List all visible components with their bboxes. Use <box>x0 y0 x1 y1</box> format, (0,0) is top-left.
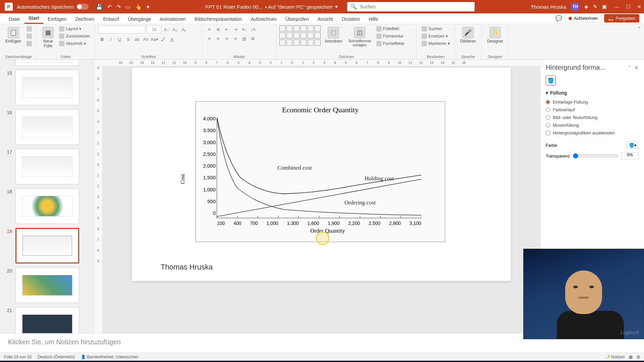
underline-button[interactable]: U <box>116 36 123 43</box>
increase-font-icon[interactable]: A↑ <box>163 26 170 33</box>
sorter-view-icon[interactable]: ⊞ <box>637 355 640 359</box>
eoq-chart[interactable]: Economic Order Quantity Cost 4,0003,5003… <box>196 101 445 242</box>
text-direction-button[interactable]: ↕A <box>249 25 257 33</box>
dictate-button[interactable]: 🎤 Diktieren <box>458 25 478 45</box>
strikethrough-button[interactable]: S <box>124 36 132 43</box>
arrange-button[interactable]: ⬚ Anordnen <box>323 25 344 45</box>
shape-fill-button[interactable]: Fülleffekt <box>375 25 406 32</box>
designer-button[interactable]: ✨ Designer <box>485 25 505 45</box>
slide-author[interactable]: Thomas Hruska <box>161 263 213 272</box>
section-button[interactable]: Abschnitt ▾ <box>58 40 91 47</box>
tab-entwurf[interactable]: Entwurf <box>99 14 123 24</box>
tab-animationen[interactable]: Animationen <box>156 14 190 24</box>
pane-collapse-icon[interactable]: ˅ <box>628 65 631 70</box>
align-center-button[interactable]: ≡ <box>214 35 222 42</box>
undo-icon[interactable]: ↶ <box>107 4 112 10</box>
new-slide-button[interactable]: ▦ Neue Folie <box>40 25 56 50</box>
slide-thumbnail[interactable] <box>15 267 79 303</box>
slideshow-start-icon[interactable]: ▭ <box>125 4 130 10</box>
pattern-fill-radio[interactable]: Musterfüllung <box>546 121 639 129</box>
quick-styles-button[interactable]: ◫ Schnellformat vorlagen <box>346 25 373 48</box>
paste-button[interactable]: 📋 Einfügen <box>3 25 23 45</box>
layout-button[interactable]: Layout ▾ <box>58 25 91 32</box>
tab-aufzeichnen[interactable]: Aufzeichnen <box>247 14 281 24</box>
record-button[interactable]: Aufzeichnen <box>565 14 602 22</box>
color-picker[interactable]: 🪣▾ <box>627 141 639 149</box>
pane-close-icon[interactable]: ✕ <box>635 65 639 70</box>
slide-thumbnail[interactable] <box>15 60 79 66</box>
normal-view-icon[interactable]: ▦ <box>629 355 633 359</box>
reset-button[interactable]: Zurücksetzen <box>58 33 91 40</box>
font-size-select[interactable]: 14 <box>147 25 161 34</box>
change-case-button[interactable]: Aa▾ <box>151 36 158 43</box>
tab-ueberpruefen[interactable]: Überprüfen <box>281 14 313 24</box>
columns-button[interactable]: ▥ <box>240 35 248 42</box>
tab-hilfe[interactable]: Hilfe <box>365 14 382 24</box>
decrease-font-icon[interactable]: A↓ <box>171 26 179 33</box>
fill-section-header[interactable]: ▾ Füllung <box>546 90 639 96</box>
user-name[interactable]: Thomas Hruska <box>531 4 566 10</box>
user-avatar[interactable]: TH <box>571 2 580 11</box>
transparency-slider[interactable] <box>573 153 619 159</box>
cut-button[interactable] <box>25 25 33 32</box>
notes-toggle[interactable]: 📝 Notizen <box>605 355 625 359</box>
toggle-switch[interactable] <box>76 4 89 10</box>
tab-dictation[interactable]: Dictation <box>338 14 364 24</box>
format-painter-button[interactable] <box>25 40 33 47</box>
slide-counter[interactable]: Folie 19 von 33 <box>4 355 32 359</box>
shape-effects-button[interactable]: Formeffekte <box>375 40 406 47</box>
line-spacing-button[interactable]: ≡↕ <box>240 25 248 33</box>
gradient-fill-radio[interactable]: Farbverlauf <box>546 106 639 114</box>
tab-datei[interactable]: Datei <box>5 14 24 24</box>
share-button[interactable]: 📤 Freigeben <box>604 14 639 22</box>
tab-zeichnen[interactable]: Zeichnen <box>71 14 99 24</box>
document-title[interactable]: PPT 01 Roter Faden 00... <box>205 4 263 10</box>
touch-mode-icon[interactable]: 👆 <box>135 4 142 10</box>
italic-button[interactable]: I <box>107 36 114 43</box>
tab-einfuegen[interactable]: Einfügen <box>44 14 70 24</box>
close-icon[interactable]: ✕ <box>637 4 641 9</box>
search-box[interactable]: 🔍 <box>347 2 475 11</box>
search-input[interactable] <box>360 4 471 9</box>
slide-thumbnail[interactable] <box>15 307 79 333</box>
tab-ansicht[interactable]: Ansicht <box>314 14 337 24</box>
replace-button[interactable]: Ersetzen ▾ <box>420 33 451 40</box>
copy-button[interactable] <box>25 33 33 40</box>
diamond-icon[interactable]: ◈ <box>584 4 588 10</box>
clear-format-icon[interactable]: Aᵪ <box>180 26 187 33</box>
slide-thumbnail[interactable] <box>15 109 79 145</box>
shapes-gallery[interactable] <box>279 25 321 46</box>
decrease-indent-button[interactable]: ⇤ <box>223 25 230 33</box>
tab-start[interactable]: Start <box>24 13 43 24</box>
pen-icon[interactable]: ✎ <box>593 4 597 10</box>
bold-button[interactable]: B <box>98 36 106 43</box>
highlight-button[interactable]: 🖍 <box>159 36 167 43</box>
slide-thumbnail-active[interactable] <box>15 228 79 263</box>
slide-thumbnail[interactable] <box>15 149 79 184</box>
slide-thumbnail[interactable] <box>15 70 79 105</box>
find-button[interactable]: Suchen <box>420 25 451 32</box>
font-color-button[interactable]: A <box>168 36 175 43</box>
solid-fill-radio[interactable]: Einfarbige Füllung <box>546 98 639 106</box>
fill-tab-icon[interactable]: 🪣 <box>546 75 556 85</box>
hide-bg-checkbox[interactable]: Hintergrundgrafiken ausblenden <box>546 129 639 137</box>
comments-icon[interactable]: 💬 <box>555 15 562 21</box>
window-icon[interactable]: ▣ <box>602 4 607 10</box>
transparency-value[interactable]: 0% <box>621 152 639 160</box>
accessibility-checker[interactable]: 👤 Barrierefreiheit: Untersuchen <box>81 355 139 359</box>
maximize-icon[interactable]: ☐ <box>626 4 631 9</box>
language-indicator[interactable]: Deutsch (Österreich) <box>38 355 75 359</box>
align-right-button[interactable]: ≡ <box>223 35 230 42</box>
bullets-button[interactable]: ≡ <box>206 25 213 33</box>
autosave-toggle[interactable]: Automatisches Speichern <box>17 4 89 10</box>
smartart-button[interactable]: ⚙ <box>249 35 257 42</box>
slide-thumbnail[interactable] <box>15 188 79 224</box>
slide-canvas[interactable]: Economic Order Quantity Cost 4,0003,5003… <box>132 68 511 281</box>
justify-button[interactable]: ≡ <box>232 35 239 42</box>
shape-outline-button[interactable]: Formkontur <box>375 33 406 40</box>
canvas-area[interactable]: 1615141312111098765432101234567891011121… <box>103 60 540 333</box>
align-left-button[interactable]: ≡ <box>206 35 213 42</box>
tab-uebergaenge[interactable]: Übergänge <box>124 14 155 24</box>
collapse-ribbon-icon[interactable]: ˅ <box>635 24 644 59</box>
minimize-icon[interactable]: — <box>615 4 620 9</box>
